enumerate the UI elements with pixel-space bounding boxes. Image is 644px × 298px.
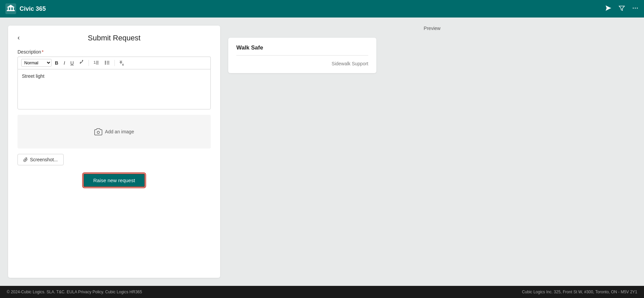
raise-request-button[interactable]: Raise new request <box>83 173 145 187</box>
topnav-brand: Civic 365 <box>5 3 46 14</box>
camera-icon <box>94 128 102 135</box>
bold-button[interactable]: B <box>53 59 60 67</box>
editor-toolbar: Normal Heading 1 Heading 2 Heading 3 B I… <box>18 57 211 69</box>
app-logo <box>5 3 16 14</box>
svg-point-16 <box>105 61 106 62</box>
toolbar-divider-1 <box>89 60 89 66</box>
topnav-actions <box>605 5 639 13</box>
back-button[interactable]: ‹ <box>15 32 23 43</box>
footer-right-text: Cubic Logics Inc. 325, Front St W, #300,… <box>522 290 637 294</box>
svg-point-18 <box>105 64 106 65</box>
preview-card-title: Walk Safe <box>236 44 368 51</box>
app-title: Civic 365 <box>20 5 46 12</box>
svg-point-10 <box>635 7 636 8</box>
svg-rect-4 <box>13 7 14 10</box>
svg-rect-2 <box>8 7 9 10</box>
more-options-icon[interactable] <box>632 5 639 13</box>
svg-rect-3 <box>10 7 11 10</box>
preview-label: Preview <box>228 26 636 31</box>
required-indicator: * <box>42 49 43 55</box>
unordered-list-button[interactable] <box>102 59 112 67</box>
preview-card: Walk Safe Sidewalk Support <box>228 38 376 73</box>
toolbar-divider-2 <box>114 60 115 66</box>
svg-point-9 <box>633 7 634 8</box>
form-title: Submit Request <box>18 34 211 42</box>
preview-card-subtitle: Sidewalk Support <box>236 61 368 66</box>
submit-request-panel: ‹ Submit Request Description * Normal He… <box>8 26 220 278</box>
svg-point-22 <box>97 131 99 133</box>
clear-format-button[interactable]: Tx <box>117 59 126 67</box>
preview-divider <box>236 55 368 56</box>
image-upload-area[interactable]: Add an image <box>18 115 211 148</box>
screenshot-button[interactable]: Screenshot... <box>18 154 64 165</box>
preview-panel: Preview Walk Safe Sidewalk Support <box>228 26 636 278</box>
footer-left-text: © 2024-Cubic Logics. SLA. T&C. EULA Priv… <box>7 290 142 294</box>
filter-icon[interactable] <box>618 5 625 13</box>
svg-point-11 <box>637 7 638 8</box>
description-label: Description * <box>18 49 211 55</box>
screenshot-label: Screenshot... <box>30 157 58 162</box>
footer: © 2024-Cubic Logics. SLA. T&C. EULA Priv… <box>0 286 644 298</box>
link-button[interactable] <box>77 59 86 67</box>
italic-button[interactable]: I <box>62 59 67 67</box>
svg-marker-8 <box>619 6 624 10</box>
ordered-list-button[interactable]: 1. <box>92 59 101 67</box>
description-editor[interactable]: Street light <box>18 69 211 109</box>
main-content: ‹ Submit Request Description * Normal He… <box>0 18 644 286</box>
add-image-label: Add an image <box>105 129 134 134</box>
underline-button[interactable]: U <box>68 59 76 67</box>
topnav: Civic 365 <box>0 0 644 18</box>
submit-area: Raise new request <box>18 173 211 187</box>
paperclip-icon <box>23 157 28 162</box>
send-icon[interactable] <box>605 5 612 13</box>
format-select[interactable]: Normal Heading 1 Heading 2 Heading 3 <box>21 59 52 67</box>
svg-point-17 <box>105 62 106 63</box>
